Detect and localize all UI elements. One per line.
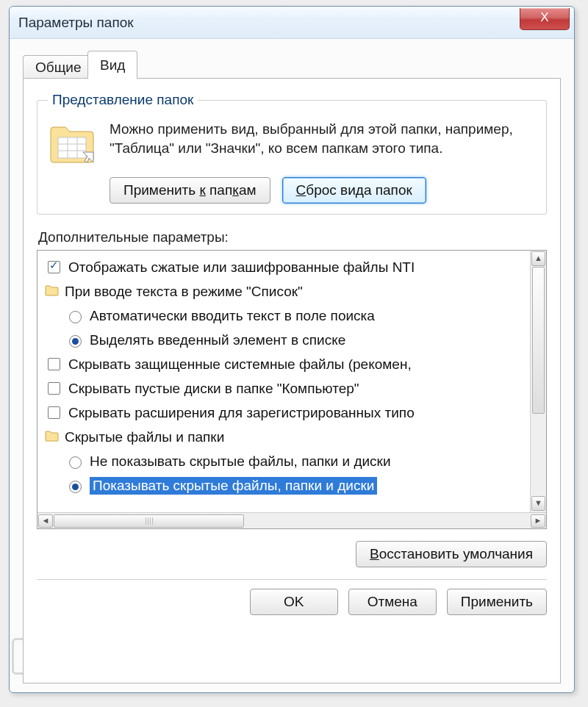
tree-item-label: Автоматически вводить текст в поле поиск… <box>90 308 375 324</box>
folder-views-group: Представление папок <box>37 92 547 215</box>
scroll-left-button[interactable]: ◄ <box>38 514 53 528</box>
tree-radio[interactable] <box>69 335 82 348</box>
tree-item-0[interactable]: Отображать сжатые или зашифрованные файл… <box>45 255 543 279</box>
cancel-button[interactable]: Отмена <box>348 589 437 615</box>
tab-general[interactable]: Общие <box>23 55 93 79</box>
dialog-footer: OK Отмена Применить <box>37 579 547 615</box>
close-button[interactable]: X <box>520 8 570 30</box>
horizontal-scroll-thumb[interactable] <box>54 514 244 528</box>
tree-item-2[interactable]: Автоматически вводить текст в поле поиск… <box>45 304 543 328</box>
scroll-down-button[interactable]: ▼ <box>531 496 545 511</box>
tree-radio[interactable] <box>69 481 82 493</box>
tab-view[interactable]: Вид <box>87 51 137 79</box>
tree-item-4[interactable]: Скрывать защищенные системные файлы (рек… <box>45 352 543 376</box>
tree-item-9[interactable]: Показывать скрытые файлы, папки и диски <box>45 473 543 498</box>
tree-item-label: Скрывать защищенные системные файлы (рек… <box>68 356 412 373</box>
tree-item-label: Скрывать пустые диски в папке "Компьютер… <box>68 381 359 397</box>
folder-icon <box>45 284 59 300</box>
window-title: Параметры папок <box>18 15 520 31</box>
titlebar[interactable]: Параметры папок X <box>10 7 574 39</box>
restore-defaults-button[interactable]: Восстановить умолчания Восстановить умол… <box>356 541 547 567</box>
tree-checkbox[interactable] <box>48 406 60 419</box>
advanced-settings-tree[interactable]: Отображать сжатые или зашифрованные файл… <box>37 250 547 529</box>
scroll-up-button[interactable]: ▲ <box>531 251 545 266</box>
folder-views-legend: Представление папок <box>48 92 198 108</box>
reset-folder-views-button[interactable]: Сброс вида папок Сброс вида папок <box>282 177 426 204</box>
apply-to-folders-button[interactable]: Применить к папкам Применить к папкам <box>110 177 270 204</box>
tree-radio[interactable] <box>69 311 82 323</box>
tree-item-label: Скрывать расширения для зарегистрированн… <box>68 405 415 421</box>
tree-item-7[interactable]: Скрытые файлы и папки <box>45 425 543 449</box>
tree-item-1[interactable]: При вводе текста в режиме "Список" <box>45 279 543 304</box>
tree-checkbox[interactable] <box>48 382 60 395</box>
vertical-scrollbar[interactable]: ▲ ▼ <box>530 251 546 512</box>
scroll-right-button[interactable]: ► <box>531 514 545 528</box>
tree-item-6[interactable]: Скрывать расширения для зарегистрированн… <box>45 401 543 425</box>
tree-checkbox[interactable] <box>48 358 60 370</box>
tree-item-8[interactable]: Не показывать скрытые файлы, папки и дис… <box>45 449 543 473</box>
tree-item-label: Не показывать скрытые файлы, папки и дис… <box>90 453 391 470</box>
tree-item-label: Скрытые файлы и папки <box>65 429 224 445</box>
horizontal-scrollbar[interactable]: ◄ ► <box>37 512 546 528</box>
tree-item-label: Выделять введенный элемент в списке <box>90 332 345 348</box>
tabs: Общие Вид Представление папок <box>23 51 561 683</box>
folder-views-description: Можно применить вид, выбранный для этой … <box>110 120 536 165</box>
tree-item-label: При вводе текста в режиме "Список" <box>65 284 303 300</box>
ok-button[interactable]: OK <box>250 589 338 615</box>
tab-panel-view: Представление папок <box>23 78 561 683</box>
folder-views-icon <box>48 120 96 165</box>
advanced-tree-body[interactable]: Отображать сжатые или зашифрованные файл… <box>37 251 546 512</box>
tree-radio[interactable] <box>69 456 82 469</box>
apply-button[interactable]: Применить <box>447 589 547 615</box>
advanced-settings-label: Дополнительные параметры: <box>38 229 547 245</box>
folder-icon <box>45 429 59 445</box>
tree-checkbox[interactable] <box>48 261 60 273</box>
tree-item-label: Показывать скрытые файлы, папки и диски <box>90 477 377 495</box>
svg-rect-0 <box>58 137 86 158</box>
vertical-scroll-thumb[interactable] <box>532 267 545 414</box>
folder-options-window: Параметры папок X Общие Вид Представлени… <box>9 6 575 693</box>
dialog-body: Общие Вид Представление папок <box>10 39 574 692</box>
tree-item-label: Отображать сжатые или зашифрованные файл… <box>68 259 415 276</box>
tree-item-3[interactable]: Выделять введенный элемент в списке <box>45 328 543 352</box>
tree-item-5[interactable]: Скрывать пустые диски в папке "Компьютер… <box>45 376 543 401</box>
